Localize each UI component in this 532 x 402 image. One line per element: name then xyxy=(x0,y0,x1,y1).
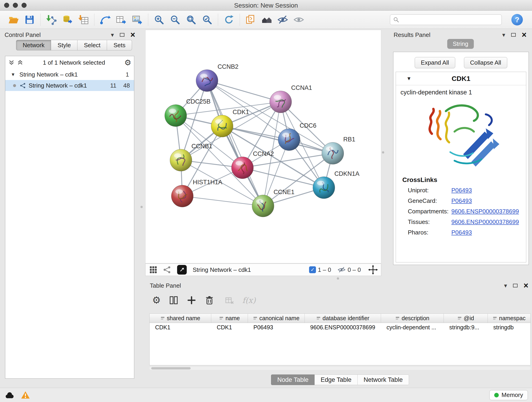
pharos-link[interactable]: P06493 xyxy=(451,229,472,236)
cell-name[interactable]: CDK1 xyxy=(211,324,248,331)
network-collection-row[interactable]: ▼ String Network – cdk1 1 xyxy=(5,69,134,80)
save-session-icon[interactable] xyxy=(24,14,35,25)
network-canvas[interactable]: CCNB2CCNA1CDC25BCDK1CDC6RB1CCNB1CCNA2CDK… xyxy=(146,30,381,263)
new-network-from-selection-icon[interactable] xyxy=(100,14,111,25)
vertical-splitter-handle[interactable] xyxy=(140,206,143,208)
fit-content-crosshair-icon[interactable] xyxy=(368,265,378,274)
horizontal-splitter-handle[interactable] xyxy=(337,277,339,280)
delete-column-icon[interactable] xyxy=(204,295,215,305)
uniprot-link[interactable]: P06493 xyxy=(451,187,472,194)
zoom-selected-icon[interactable] xyxy=(202,14,213,25)
open-in-new-window-icon[interactable] xyxy=(177,265,187,274)
network-node-RB1[interactable] xyxy=(322,142,344,164)
tab-network[interactable]: Network xyxy=(16,40,51,51)
close-panel-icon[interactable]: × xyxy=(524,281,528,290)
table-horizontal-scrollbar[interactable] xyxy=(149,367,531,370)
column-header-name[interactable]: name xyxy=(211,314,248,323)
network-node-CDC25B[interactable] xyxy=(165,104,187,127)
panel-menu-icon[interactable]: ▾ xyxy=(111,32,114,38)
collection-expander-icon[interactable]: ▼ xyxy=(11,72,15,77)
close-panel-icon[interactable]: × xyxy=(130,31,135,39)
export-table-icon[interactable] xyxy=(116,14,127,25)
warning-icon[interactable] xyxy=(21,390,30,400)
table-settings-gear-icon[interactable]: ⚙ xyxy=(152,295,161,305)
network-row-selected[interactable]: String Network – cdk1 11 48 xyxy=(5,80,134,91)
duplicate-network-icon[interactable] xyxy=(245,14,256,25)
selected-count-checkbox[interactable]: ✓ xyxy=(309,266,316,273)
zoom-in-icon[interactable] xyxy=(153,14,165,25)
cell-description[interactable]: cyclin-dependent ... xyxy=(381,324,444,331)
hide-selected-icon[interactable] xyxy=(277,14,288,25)
network-node-CDKN1A[interactable] xyxy=(313,177,335,199)
tab-network-table[interactable]: Network Table xyxy=(358,375,409,385)
cell-database-identifier[interactable]: 9606.ENSP00000378699 xyxy=(305,324,381,331)
network-edge-HIST1H1A-CCNE1[interactable] xyxy=(182,196,263,206)
network-edge-CCNB2-CCNA1[interactable] xyxy=(207,81,280,102)
scrollbar-thumb[interactable] xyxy=(151,367,191,370)
float-panel-icon[interactable] xyxy=(120,33,124,37)
column-header-id[interactable]: @id xyxy=(444,314,488,323)
column-header-description[interactable]: description xyxy=(381,314,444,323)
show-columns-icon[interactable] xyxy=(169,295,179,305)
tab-node-table[interactable]: Node Table xyxy=(271,375,315,385)
float-panel-icon[interactable] xyxy=(511,33,516,37)
collapse-all-button[interactable]: Collapse All xyxy=(464,57,507,68)
gear-icon[interactable]: ⚙ xyxy=(124,59,131,66)
open-session-icon[interactable] xyxy=(8,14,19,25)
hidden-eye-slash-icon[interactable] xyxy=(337,266,346,274)
zoom-fit-icon[interactable] xyxy=(186,14,196,25)
expand-all-button[interactable]: Expand All xyxy=(415,57,455,68)
float-panel-icon[interactable] xyxy=(513,284,518,287)
compartments-link[interactable]: 9606.ENSP00000378699 xyxy=(451,208,519,215)
network-node-CCNA1[interactable] xyxy=(270,91,292,113)
tissues-link[interactable]: 9606.ENSP00000378699 xyxy=(451,218,519,225)
panel-menu-icon[interactable]: ▾ xyxy=(504,283,507,288)
column-header-canonical-name[interactable]: canonical name xyxy=(248,314,305,323)
tab-style[interactable]: Style xyxy=(51,40,77,51)
section-expander-icon[interactable]: ▼ xyxy=(406,76,412,82)
cell-id[interactable]: stringdb:9... xyxy=(444,324,488,331)
network-node-CDC6[interactable] xyxy=(278,128,300,151)
houses-icon[interactable] xyxy=(261,14,272,25)
cell-canonical-name[interactable]: P06493 xyxy=(248,324,305,331)
network-node-CCNE1[interactable] xyxy=(252,195,274,217)
expand-all-icon[interactable] xyxy=(17,59,24,66)
panel-menu-icon[interactable]: ▾ xyxy=(502,32,505,38)
collapse-all-icon[interactable] xyxy=(8,59,15,66)
add-column-icon[interactable] xyxy=(186,295,196,305)
network-node-HIST1H1A[interactable] xyxy=(171,185,193,207)
zoom-out-icon[interactable] xyxy=(170,14,181,25)
export-image-icon[interactable] xyxy=(132,14,143,25)
tab-sets[interactable]: Sets xyxy=(107,40,132,51)
memory-button[interactable]: Memory xyxy=(489,390,528,400)
network-edge-CDK1-RB1[interactable] xyxy=(222,126,333,153)
vertical-splitter-handle[interactable] xyxy=(382,151,384,153)
network-edge-CCNB2-CCNE1[interactable] xyxy=(207,81,263,206)
help-button[interactable]: ? xyxy=(511,14,523,26)
share-view-icon[interactable] xyxy=(163,266,171,274)
show-all-icon[interactable] xyxy=(293,14,304,25)
search-box[interactable] xyxy=(390,14,502,25)
import-table-from-file-icon[interactable] xyxy=(78,14,89,25)
import-network-from-file-icon[interactable] xyxy=(46,14,57,25)
table-row[interactable]: CDK1 CDK1 P06493 9606.ENSP00000378699 cy… xyxy=(150,323,530,332)
apply-layout-icon[interactable] xyxy=(223,14,234,25)
birdseye-view-icon[interactable] xyxy=(149,265,158,274)
column-header-shared-name[interactable]: shared name xyxy=(150,314,211,323)
cell-shared-name[interactable]: CDK1 xyxy=(150,324,211,331)
cloud-icon[interactable] xyxy=(4,390,15,400)
search-input[interactable] xyxy=(402,16,499,23)
close-panel-icon[interactable]: × xyxy=(522,31,526,39)
tab-edge-table[interactable]: Edge Table xyxy=(315,375,358,385)
network-node-CCNB2[interactable] xyxy=(196,70,218,92)
gene-section-header[interactable]: ▼ CDK1 xyxy=(396,72,526,85)
string-results-tab[interactable]: String xyxy=(447,39,474,49)
network-node-CCNB1[interactable] xyxy=(170,149,192,171)
tab-select[interactable]: Select xyxy=(77,40,107,51)
column-header-namespace[interactable]: namespac xyxy=(488,314,530,323)
network-node-CDK1[interactable] xyxy=(211,115,233,137)
network-node-CCNA2[interactable] xyxy=(231,157,253,179)
genecard-link[interactable]: P06493 xyxy=(451,197,472,204)
cell-namespace[interactable]: stringdb xyxy=(488,324,530,331)
import-network-from-database-icon[interactable] xyxy=(62,14,73,25)
